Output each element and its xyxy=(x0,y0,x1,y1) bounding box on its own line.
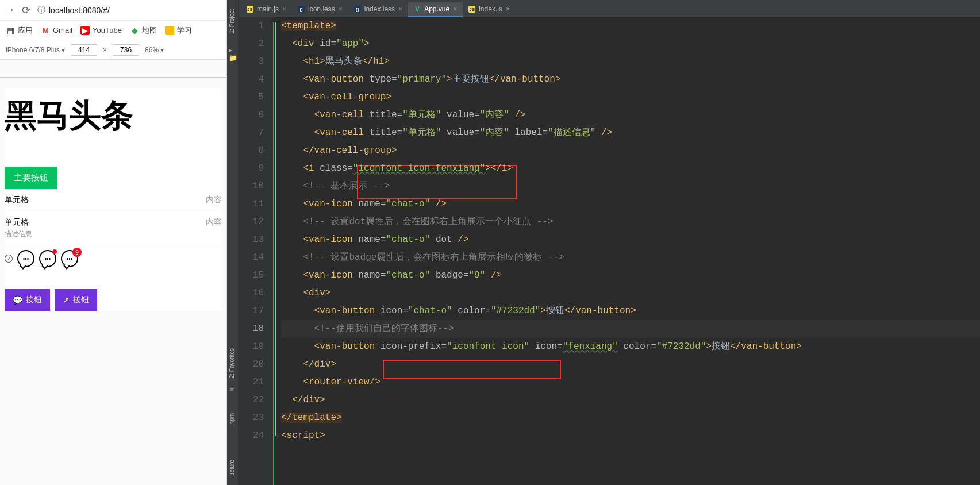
browser-toolbar: → ⟳ ⓘ localhost:8080/#/ xyxy=(0,0,226,21)
chat-icon: 💬 xyxy=(13,295,22,305)
cell-label: 描述信息 xyxy=(5,229,32,239)
npm-tool[interactable]: npm xyxy=(227,410,237,428)
devtools-device-bar: iPhone 6/7/8 Plus ▾ × 86% ▾ xyxy=(0,40,226,60)
maps-icon: ◆ xyxy=(130,26,139,35)
favorites-tool[interactable]: 2: Favorites xyxy=(227,345,237,382)
ide-tabs: JSmain.js× {}icon.less× {}index.less× VA… xyxy=(239,0,980,17)
code-lines[interactable]: <template> <div id="app"> <h1>黑马头条</h1> … xyxy=(273,17,980,485)
width-input[interactable] xyxy=(71,44,97,56)
cell-value: 内容 xyxy=(206,217,222,239)
code-editor[interactable]: 1234 5678 9101112 13141516 17181920 2122… xyxy=(239,17,980,485)
folder-icon xyxy=(165,26,174,35)
bookmark-study[interactable]: 学习 xyxy=(165,25,192,36)
dim-separator: × xyxy=(103,46,107,54)
bookmarks-bar: ▦ 应用 M Gmail ▶ YouTube ◆ 地图 学习 xyxy=(0,21,226,40)
browser-panel: → ⟳ ⓘ localhost:8080/#/ ▦ 应用 M Gmail ▶ Y… xyxy=(0,0,227,485)
app-preview: 黑马头条 主要按钮 单元格 内容 单元格 描述信息 内容 ↗ ••• ••• •… xyxy=(5,88,222,311)
preview-area: 黑马头条 主要按钮 单元格 内容 单元格 描述信息 内容 ↗ ••• ••• •… xyxy=(0,60,226,485)
primary-button[interactable]: 主要按钮 xyxy=(5,167,57,189)
tab-index-less[interactable]: {}index.less× xyxy=(348,2,408,17)
bookmark-maps[interactable]: ◆ 地图 xyxy=(130,25,157,36)
apps-icon: ▦ xyxy=(6,26,15,35)
tab-icon-less[interactable]: {}icon.less× xyxy=(292,2,348,17)
zoom-select[interactable]: 86% ▾ xyxy=(145,46,164,54)
url-bar[interactable]: ⓘ localhost:8080/#/ xyxy=(37,5,110,16)
purple-buttons: 💬 按钮 ↗ 按钮 xyxy=(5,289,222,311)
close-icon[interactable]: × xyxy=(506,5,510,13)
cell-title: 单元格 xyxy=(5,195,29,205)
js-icon: JS xyxy=(468,6,475,13)
app-title: 黑马头条 xyxy=(5,88,222,144)
share-icon: ↗ xyxy=(5,255,13,263)
less-icon: {} xyxy=(354,6,361,13)
purple-button-chat[interactable]: 💬 按钮 xyxy=(5,289,50,311)
js-icon: JS xyxy=(247,6,253,13)
apps-button[interactable]: ▦ 应用 xyxy=(6,25,33,36)
youtube-icon: ▶ xyxy=(80,26,90,35)
folder-icon[interactable]: ▸📁 xyxy=(229,46,238,62)
tab-app-vue[interactable]: VApp.vue× xyxy=(408,2,463,17)
cell-title: 单元格 xyxy=(5,217,32,228)
close-icon[interactable]: × xyxy=(282,5,286,13)
bookmark-youtube[interactable]: ▶ YouTube xyxy=(80,26,122,35)
cell-1[interactable]: 单元格 内容 xyxy=(5,189,222,211)
vue-icon: V xyxy=(414,6,421,13)
device-select[interactable]: iPhone 6/7/8 Plus ▾ xyxy=(6,46,65,54)
close-icon[interactable]: × xyxy=(339,5,343,13)
dot-badge xyxy=(52,249,57,254)
forward-icon[interactable]: → xyxy=(5,4,15,16)
tab-main-js[interactable]: JSmain.js× xyxy=(241,2,292,17)
chat-icon: ••• xyxy=(17,250,34,267)
number-badge: 9 xyxy=(72,248,82,257)
chat-icon-badge: •••9 xyxy=(61,250,78,267)
info-icon: ⓘ xyxy=(37,5,45,16)
icon-row: ↗ ••• ••• •••9 xyxy=(5,245,222,272)
less-icon: {} xyxy=(298,6,305,13)
cell-2[interactable]: 单元格 描述信息 内容 xyxy=(5,211,222,245)
reload-icon[interactable]: ⟳ xyxy=(22,4,30,17)
cell-value: 内容 xyxy=(206,195,222,205)
chat-icon-dot: ••• xyxy=(39,250,56,267)
purple-button-share[interactable]: ↗ 按钮 xyxy=(55,289,97,311)
gmail-icon: M xyxy=(41,26,50,35)
project-tool[interactable]: 1: Project xyxy=(227,6,237,37)
chevron-down-icon: ▾ xyxy=(62,46,65,54)
bookmark-gmail[interactable]: M Gmail xyxy=(41,26,72,35)
height-input[interactable] xyxy=(113,44,139,56)
ide-panel: 1: Project ▸📁 2: Favorites ★ npm ucture … xyxy=(227,0,980,485)
url-text: localhost:8080/#/ xyxy=(49,6,110,15)
tab-index-js[interactable]: JSindex.js× xyxy=(463,2,516,17)
star-icon: ★ xyxy=(229,385,235,393)
close-icon[interactable]: × xyxy=(453,5,457,13)
line-gutter: 1234 5678 9101112 13141516 17181920 2122… xyxy=(239,17,273,485)
chevron-down-icon: ▾ xyxy=(160,46,164,54)
ide-tool-strip: 1: Project ▸📁 2: Favorites ★ npm ucture xyxy=(227,0,239,485)
structure-tool[interactable]: ucture xyxy=(227,456,237,479)
share-icon: ↗ xyxy=(63,295,70,305)
close-icon[interactable]: × xyxy=(398,5,402,13)
